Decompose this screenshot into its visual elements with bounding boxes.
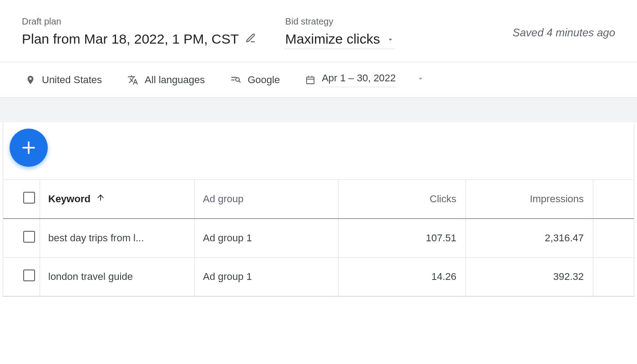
edit-plan-name-icon[interactable] bbox=[245, 31, 256, 47]
page-header: Draft plan Plan from Mar 18, 2022, 1 PM,… bbox=[0, 0, 637, 62]
add-keyword-button[interactable] bbox=[10, 129, 48, 167]
header-checkbox-cell bbox=[3, 180, 40, 219]
svg-rect-4 bbox=[307, 77, 314, 84]
network-value: Google bbox=[248, 74, 280, 86]
translate-icon bbox=[127, 75, 138, 85]
bid-group: Bid strategy Maximize clicks bbox=[285, 16, 394, 49]
cell-impressions: 2,316.47 bbox=[466, 219, 593, 258]
location-pin-icon bbox=[25, 75, 35, 85]
row-checkbox-cell bbox=[3, 219, 40, 258]
location-value: United States bbox=[42, 74, 102, 86]
cell-clicks: 14.26 bbox=[339, 258, 466, 296]
row-checkbox[interactable] bbox=[23, 269, 35, 281]
cell-impressions: 392.32 bbox=[466, 258, 593, 296]
header-impressions[interactable]: Impressions bbox=[466, 180, 593, 219]
sort-arrow-up-icon bbox=[96, 193, 105, 205]
svg-line-3 bbox=[239, 81, 240, 82]
plan-name: Plan from Mar 18, 2022, 1 PM, CST bbox=[22, 31, 239, 47]
keyword-table: Keyword Ad group Clicks Impressions best… bbox=[3, 180, 634, 296]
location-filter[interactable]: United States bbox=[25, 74, 102, 86]
cell-adgroup: Ad group 1 bbox=[195, 219, 339, 258]
header-keyword[interactable]: Keyword bbox=[40, 180, 195, 219]
network-filter[interactable]: Google bbox=[230, 74, 280, 86]
keyword-table-card: Keyword Ad group Clicks Impressions best… bbox=[3, 122, 634, 297]
table-header-row: Keyword Ad group Clicks Impressions bbox=[3, 180, 634, 219]
row-checkbox[interactable] bbox=[23, 231, 35, 243]
header-spacer bbox=[593, 180, 634, 219]
language-value: All languages bbox=[145, 74, 205, 86]
table-row: best day trips from l...Ad group 1107.51… bbox=[3, 219, 634, 258]
plan-group: Draft plan Plan from Mar 18, 2022, 1 PM,… bbox=[22, 16, 256, 47]
select-all-checkbox[interactable] bbox=[23, 192, 35, 204]
caret-down-icon bbox=[416, 74, 425, 86]
cell-adgroup: Ad group 1 bbox=[195, 258, 339, 296]
search-network-icon bbox=[230, 75, 241, 85]
content-gap bbox=[0, 98, 637, 122]
saved-status: Saved 4 minutes ago bbox=[513, 26, 615, 39]
cell-spacer bbox=[593, 219, 634, 258]
filter-bar: United States All languages Google Apr 1… bbox=[0, 62, 637, 98]
bid-strategy-dropdown[interactable]: Maximize clicks bbox=[285, 31, 394, 49]
cell-spacer bbox=[593, 258, 634, 296]
cell-clicks: 107.51 bbox=[339, 219, 466, 258]
date-range-filter[interactable]: Apr 1 – 30, 2022 bbox=[305, 72, 425, 87]
row-checkbox-cell bbox=[3, 258, 40, 296]
header-clicks[interactable]: Clicks bbox=[339, 180, 466, 219]
bid-strategy-value: Maximize clicks bbox=[285, 31, 380, 47]
table-row: london travel guideAd group 114.26392.32 bbox=[3, 258, 634, 296]
plan-label: Draft plan bbox=[22, 16, 256, 27]
calendar-icon bbox=[305, 75, 315, 85]
bid-label: Bid strategy bbox=[285, 16, 394, 27]
header-adgroup[interactable]: Ad group bbox=[195, 180, 339, 219]
fab-row bbox=[3, 122, 634, 180]
header-keyword-label: Keyword bbox=[48, 193, 91, 205]
cell-keyword: best day trips from l... bbox=[40, 219, 195, 258]
plan-name-row: Plan from Mar 18, 2022, 1 PM, CST bbox=[22, 31, 256, 47]
caret-down-icon bbox=[386, 31, 394, 47]
cell-keyword: london travel guide bbox=[40, 258, 195, 296]
date-range-value: Apr 1 – 30, 2022 bbox=[322, 72, 396, 84]
language-filter[interactable]: All languages bbox=[127, 74, 205, 86]
